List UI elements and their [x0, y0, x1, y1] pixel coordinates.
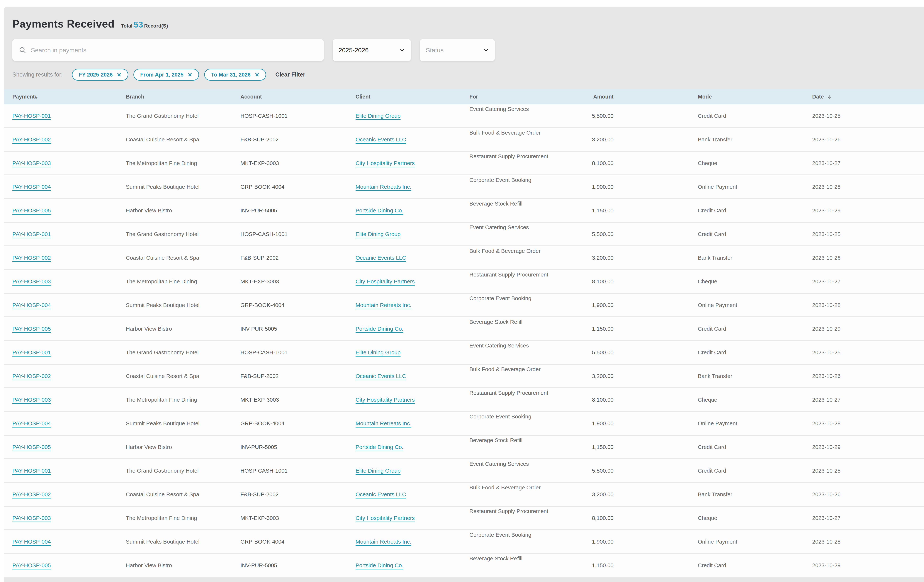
table-row[interactable]: PAY-HOSP-004 Summit Peaks Boutique Hotel…	[4, 530, 924, 554]
payment-number-link[interactable]: PAY-HOSP-005	[12, 444, 51, 450]
client-link[interactable]: Mountain Retreats Inc.	[356, 539, 411, 545]
client-link[interactable]: City Hospitality Partners	[356, 160, 415, 167]
client-link[interactable]: City Hospitality Partners	[356, 397, 415, 403]
status-select[interactable]: Status	[420, 39, 495, 61]
chip-close-icon[interactable]: ✕	[188, 71, 192, 78]
date-cell: 2023-10-28	[812, 530, 924, 553]
payment-number-cell: PAY-HOSP-004	[12, 293, 126, 317]
payment-number-cell: PAY-HOSP-005	[12, 199, 126, 222]
column-header-for[interactable]: For	[469, 89, 566, 104]
column-header-mode[interactable]: Mode	[698, 89, 812, 104]
payment-number-cell: PAY-HOSP-004	[12, 175, 126, 198]
filter-chip[interactable]: FY 2025-2026✕	[72, 69, 128, 81]
client-link[interactable]: Elite Dining Group	[356, 468, 401, 474]
amount-cell: 8,100.00	[566, 152, 698, 175]
table-row[interactable]: PAY-HOSP-004 Summit Peaks Boutique Hotel…	[4, 412, 924, 435]
filter-chip[interactable]: To Mar 31, 2026✕	[204, 69, 266, 81]
table-row[interactable]: PAY-HOSP-001 The Grand Gastronomy Hotel …	[4, 459, 924, 483]
table-row[interactable]: PAY-HOSP-003 The Metropolitan Fine Dinin…	[4, 152, 924, 175]
payment-number-link[interactable]: PAY-HOSP-002	[12, 255, 51, 261]
payment-number-cell: PAY-HOSP-004	[12, 412, 126, 435]
payment-number-link[interactable]: PAY-HOSP-001	[12, 113, 51, 119]
chip-close-icon[interactable]: ✕	[117, 71, 121, 78]
fiscal-year-select[interactable]: 2025-2026	[333, 39, 411, 61]
client-link[interactable]: City Hospitality Partners	[356, 279, 415, 285]
column-header-branch[interactable]: Branch	[126, 89, 241, 104]
payment-number-link[interactable]: PAY-HOSP-002	[12, 491, 51, 498]
table-row[interactable]: PAY-HOSP-005 Harbor View Bistro INV-PUR-…	[4, 554, 924, 577]
payments-panel: Payments Received Total53Record(S)	[4, 7, 924, 582]
client-link[interactable]: Elite Dining Group	[356, 349, 401, 356]
column-header-account[interactable]: Account	[241, 89, 356, 104]
client-cell: Portside Dining Co.	[356, 554, 469, 577]
topbar: Payments Received Total53Record(S)	[4, 7, 924, 36]
payment-number-link[interactable]: PAY-HOSP-003	[12, 397, 51, 403]
client-link[interactable]: Mountain Retreats Inc.	[356, 420, 411, 427]
payment-number-link[interactable]: PAY-HOSP-004	[12, 539, 51, 545]
search-input[interactable]	[31, 46, 317, 54]
date-cell: 2023-10-26	[812, 483, 924, 506]
client-link[interactable]: City Hospitality Partners	[356, 515, 415, 521]
table-row[interactable]: PAY-HOSP-002 Coastal Cuisine Resort & Sp…	[4, 128, 924, 152]
payment-number-link[interactable]: PAY-HOSP-002	[12, 373, 51, 379]
payment-number-link[interactable]: PAY-HOSP-001	[12, 468, 51, 474]
payment-number-link[interactable]: PAY-HOSP-003	[12, 279, 51, 285]
payment-number-link[interactable]: PAY-HOSP-003	[12, 160, 51, 167]
client-cell: City Hospitality Partners	[356, 506, 469, 529]
table-row[interactable]: PAY-HOSP-005 Harbor View Bistro INV-PUR-…	[4, 435, 924, 459]
column-header-date[interactable]: Date	[812, 89, 924, 104]
amount-cell: 1,900.00	[566, 293, 698, 317]
payment-number-link[interactable]: PAY-HOSP-003	[12, 515, 51, 521]
table-row[interactable]: PAY-HOSP-003 The Metropolitan Fine Dinin…	[4, 270, 924, 293]
chip-close-icon[interactable]: ✕	[255, 71, 259, 78]
table-row[interactable]: PAY-HOSP-001 The Grand Gastronomy Hotel …	[4, 223, 924, 246]
search-box[interactable]	[12, 39, 324, 61]
table-row[interactable]: PAY-HOSP-004 Summit Peaks Boutique Hotel…	[4, 293, 924, 317]
table-row[interactable]: PAY-HOSP-004 Summit Peaks Boutique Hotel…	[4, 175, 924, 199]
client-link[interactable]: Oceanic Events LLC	[356, 491, 406, 498]
client-cell: Elite Dining Group	[356, 104, 469, 127]
payment-number-link[interactable]: PAY-HOSP-005	[12, 326, 51, 332]
account-cell: MKT-EXP-3003	[241, 270, 356, 293]
table-row[interactable]: PAY-HOSP-002 Coastal Cuisine Resort & Sp…	[4, 364, 924, 388]
client-link[interactable]: Mountain Retreats Inc.	[356, 302, 411, 308]
branch-cell: The Metropolitan Fine Dining	[126, 270, 241, 293]
client-link[interactable]: Portside Dining Co.	[356, 208, 403, 214]
client-link[interactable]: Elite Dining Group	[356, 231, 401, 237]
column-header-client[interactable]: Client	[356, 89, 469, 104]
table-row[interactable]: PAY-HOSP-002 Coastal Cuisine Resort & Sp…	[4, 246, 924, 270]
table-row[interactable]: PAY-HOSP-005 Harbor View Bistro INV-PUR-…	[4, 199, 924, 223]
client-link[interactable]: Elite Dining Group	[356, 113, 401, 119]
clear-filter-link[interactable]: Clear Filter	[276, 71, 305, 78]
table-row[interactable]: PAY-HOSP-003 The Metropolitan Fine Dinin…	[4, 388, 924, 412]
for-cell: Beverage Stock Refill	[469, 317, 566, 340]
payment-number-link[interactable]: PAY-HOSP-001	[12, 349, 51, 356]
column-header-payment[interactable]: Payment#	[12, 89, 126, 104]
table-row[interactable]: PAY-HOSP-003 The Metropolitan Fine Dinin…	[4, 506, 924, 530]
filter-chip[interactable]: From Apr 1, 2025✕	[134, 69, 199, 81]
mode-cell: Online Payment	[698, 412, 812, 435]
column-header-amount[interactable]: Amount	[566, 89, 698, 104]
client-link[interactable]: Oceanic Events LLC	[356, 137, 406, 143]
client-cell: Portside Dining Co.	[356, 199, 469, 222]
for-cell: Restaurant Supply Procurement	[469, 388, 566, 411]
payment-number-link[interactable]: PAY-HOSP-005	[12, 562, 51, 569]
client-link[interactable]: Portside Dining Co.	[356, 562, 403, 569]
payment-number-link[interactable]: PAY-HOSP-005	[12, 208, 51, 214]
table-row[interactable]: PAY-HOSP-001 The Grand Gastronomy Hotel …	[4, 104, 924, 128]
payment-number-link[interactable]: PAY-HOSP-001	[12, 231, 51, 237]
payment-number-cell: PAY-HOSP-001	[12, 104, 126, 127]
client-link[interactable]: Oceanic Events LLC	[356, 373, 406, 379]
payment-number-link[interactable]: PAY-HOSP-004	[12, 420, 51, 427]
table-row[interactable]: PAY-HOSP-005 Harbor View Bistro INV-PUR-…	[4, 317, 924, 341]
client-link[interactable]: Mountain Retreats Inc.	[356, 184, 411, 190]
client-link[interactable]: Oceanic Events LLC	[356, 255, 406, 261]
payment-number-link[interactable]: PAY-HOSP-004	[12, 302, 51, 308]
table-row[interactable]: PAY-HOSP-002 Coastal Cuisine Resort & Sp…	[4, 483, 924, 506]
branch-cell: Summit Peaks Boutique Hotel	[126, 175, 241, 198]
client-link[interactable]: Portside Dining Co.	[356, 326, 403, 332]
payment-number-link[interactable]: PAY-HOSP-002	[12, 137, 51, 143]
payment-number-link[interactable]: PAY-HOSP-004	[12, 184, 51, 190]
table-row[interactable]: PAY-HOSP-001 The Grand Gastronomy Hotel …	[4, 341, 924, 364]
client-link[interactable]: Portside Dining Co.	[356, 444, 403, 450]
